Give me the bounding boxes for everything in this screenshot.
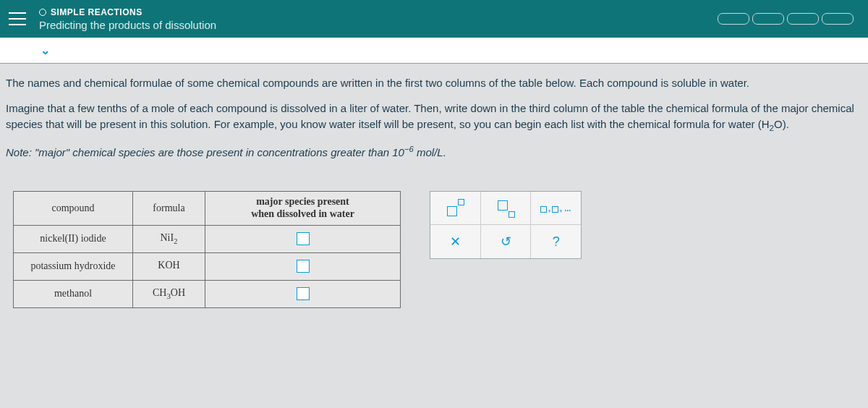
answer-input[interactable] — [297, 232, 310, 245]
paragraph-1: The names and chemical formulae of some … — [6, 75, 862, 92]
subscript-tool[interactable] — [481, 192, 532, 224]
compound-name: potassium hydroxide — [14, 252, 133, 280]
compound-name: methanol — [14, 280, 133, 307]
help-button[interactable]: ? — [531, 225, 581, 258]
compound-formula: NiI2 — [133, 225, 205, 252]
th-major: major species present when dissolved in … — [205, 192, 401, 226]
note-line: Note: "major" chemical species are those… — [6, 143, 862, 161]
category-circle-icon — [39, 9, 46, 16]
sequence-tool[interactable]: ,,... — [531, 192, 581, 224]
answer-input[interactable] — [297, 287, 310, 300]
answer-input[interactable] — [297, 260, 310, 273]
window-control-2[interactable] — [752, 13, 784, 25]
compound-formula: KOH — [133, 252, 205, 280]
compound-formula: CH3OH — [133, 280, 205, 307]
problem-content: The names and chemical formulae of some … — [0, 64, 868, 178]
table-row: potassium hydroxide KOH — [14, 252, 401, 280]
app-header: SIMPLE REACTIONS Predicting the products… — [0, 0, 868, 38]
tool-panel: ,,... ✕ ↺ ? — [430, 191, 582, 259]
compound-table: compound formula major species present w… — [13, 191, 401, 308]
th-compound: compound — [14, 192, 133, 226]
reset-button[interactable]: ↺ — [481, 225, 532, 258]
compound-name: nickel(II) iodide — [14, 225, 133, 252]
page-title: Predicting the products of dissolution — [39, 19, 216, 31]
clear-button[interactable]: ✕ — [430, 225, 481, 258]
window-control-1[interactable] — [718, 13, 749, 25]
category-label: SIMPLE REACTIONS — [51, 7, 142, 17]
lower-area: compound formula major species present w… — [0, 178, 868, 308]
table-row: methanol CH3OH — [14, 280, 401, 307]
superscript-tool[interactable] — [430, 192, 481, 224]
header-text: SIMPLE REACTIONS Predicting the products… — [39, 7, 216, 31]
window-control-4[interactable] — [822, 13, 854, 25]
window-controls — [718, 13, 854, 25]
sub-bar: ⌄ — [0, 38, 868, 64]
window-control-3[interactable] — [787, 13, 819, 25]
paragraph-2: Imagine that a few tenths of a mole of e… — [6, 101, 862, 135]
menu-icon[interactable] — [9, 12, 26, 25]
chevron-down-icon[interactable]: ⌄ — [41, 43, 50, 57]
table-row: nickel(II) iodide NiI2 — [14, 225, 401, 252]
th-formula: formula — [133, 192, 205, 226]
